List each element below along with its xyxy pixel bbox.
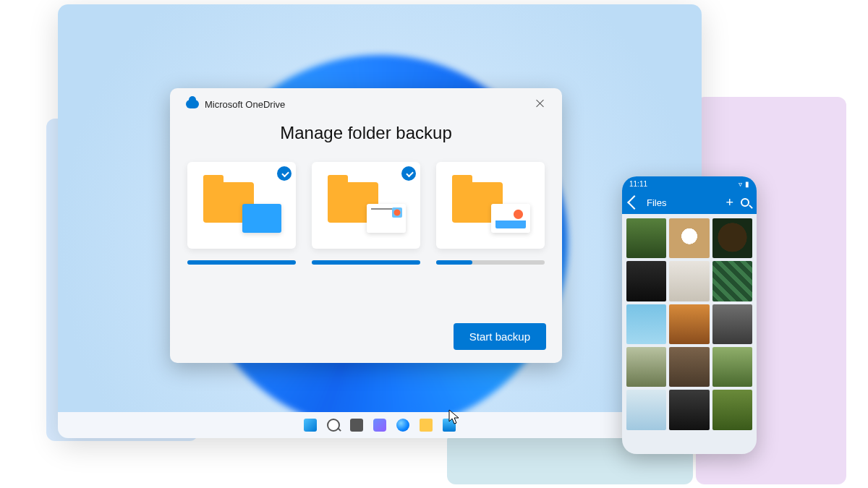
dialog-app-title: Microsoft OneDrive <box>205 99 285 110</box>
photo-thumbnail[interactable] <box>669 304 709 344</box>
start-icon[interactable] <box>304 419 317 432</box>
progress-bar <box>187 260 296 265</box>
checkmark-icon <box>277 166 292 181</box>
search-icon[interactable] <box>327 419 340 432</box>
folder-card-pictures[interactable] <box>436 162 545 265</box>
photo-thumbnail[interactable] <box>669 347 709 387</box>
photo-thumbnail[interactable] <box>669 218 709 258</box>
picture-thumbnail <box>491 204 530 233</box>
photo-thumbnail[interactable] <box>626 304 666 344</box>
onedrive-icon <box>186 100 199 108</box>
cursor-icon <box>448 409 460 425</box>
start-backup-button[interactable]: Start backup <box>454 323 546 350</box>
search-icon[interactable] <box>741 198 749 207</box>
desktop-screen: Microsoft OneDrive Manage folder backup <box>58 4 702 438</box>
photo-thumbnail[interactable] <box>669 261 709 301</box>
photo-thumbnail[interactable] <box>712 304 752 344</box>
photo-thumbnail[interactable] <box>626 261 666 301</box>
progress-bar <box>312 260 420 265</box>
photo-thumbnail[interactable] <box>712 390 752 429</box>
close-icon[interactable] <box>535 98 546 110</box>
folder-card-documents[interactable] <box>312 162 420 265</box>
photo-thumbnail[interactable] <box>712 218 752 258</box>
photo-thumbnail[interactable] <box>626 390 666 429</box>
dialog-heading: Manage folder backup <box>186 123 546 143</box>
onedrive-backup-dialog: Microsoft OneDrive Manage folder backup <box>170 88 562 363</box>
photo-thumbnail[interactable] <box>626 218 666 258</box>
widgets-icon[interactable] <box>373 419 386 432</box>
document-thumbnail <box>367 204 406 233</box>
photo-thumbnail[interactable] <box>712 347 752 387</box>
backup-folder-cards <box>186 162 546 265</box>
phone-status-bar: 11:11 ▿ ▮ <box>622 176 757 191</box>
wifi-icon: ▿ <box>739 180 742 188</box>
task-view-icon[interactable] <box>350 419 363 432</box>
phone-photo-grid <box>622 214 757 435</box>
add-icon[interactable]: + <box>726 196 733 209</box>
phone-app-header: Files + <box>622 191 757 214</box>
edge-icon[interactable] <box>396 419 409 432</box>
phone-header-title: Files <box>647 197 666 208</box>
signal-icon: ▮ <box>745 180 749 188</box>
desktop-thumbnail <box>242 204 281 233</box>
photo-thumbnail[interactable] <box>712 261 752 301</box>
windows-taskbar <box>58 412 702 438</box>
back-icon[interactable] <box>627 195 642 210</box>
folder-card-desktop[interactable] <box>187 162 296 265</box>
progress-bar <box>436 260 545 265</box>
phone-time: 11:11 <box>629 180 647 188</box>
dialog-titlebar: Microsoft OneDrive <box>186 98 546 110</box>
photo-thumbnail[interactable] <box>669 390 709 429</box>
file-explorer-icon[interactable] <box>420 419 433 432</box>
phone-mockup: 11:11 ▿ ▮ Files + <box>622 176 757 454</box>
checkmark-icon <box>401 166 416 181</box>
photo-thumbnail[interactable] <box>626 347 666 387</box>
